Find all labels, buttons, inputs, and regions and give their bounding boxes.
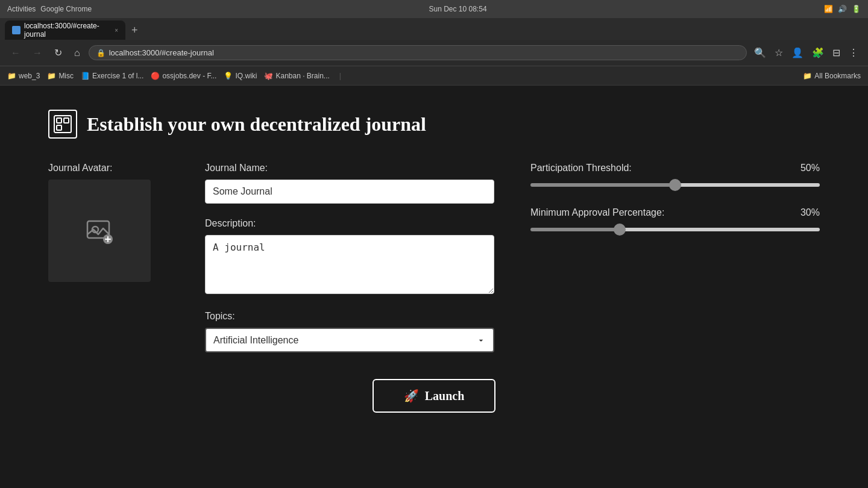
- form-section-sliders: Participation Threshold: 50% Minimum App…: [530, 163, 820, 252]
- title-bar: Activities Google Chrome Sun Dec 10 08:5…: [0, 0, 868, 18]
- participation-slider[interactable]: [530, 183, 820, 187]
- participation-slider-row: Participation Threshold: 50%: [530, 163, 820, 174]
- tab-close-button[interactable]: ×: [115, 27, 118, 34]
- tab-label: localhost:3000/#create-journal: [24, 22, 108, 39]
- bookmark-ossjobs-label: ossjobs.dev - F...: [162, 72, 216, 80]
- name-label: Journal Name:: [205, 163, 494, 174]
- new-tab-button[interactable]: +: [127, 24, 143, 37]
- participation-label: Participation Threshold:: [530, 163, 632, 174]
- journal-description-input[interactable]: [205, 235, 494, 294]
- bookmark-web3-icon: 📁: [7, 72, 16, 80]
- title-bar-right: 📶 🔊 🔋: [824, 5, 861, 13]
- bookmark-web3[interactable]: 📁 web_3: [7, 72, 40, 80]
- lock-icon: 🔒: [96, 49, 105, 57]
- all-bookmarks[interactable]: 📁 All Bookmarks: [803, 72, 861, 80]
- bookmark-button[interactable]: ☆: [772, 45, 785, 61]
- description-field-group: Description:: [205, 218, 494, 296]
- extensions-button[interactable]: 🧩: [810, 45, 826, 61]
- description-label: Description:: [205, 218, 494, 229]
- wifi-icon: 📶: [824, 5, 833, 13]
- topics-label: Topics:: [205, 311, 494, 322]
- active-tab[interactable]: localhost:3000/#create-journal ×: [5, 20, 125, 40]
- tab-favicon: [12, 26, 20, 34]
- bookmark-web3-label: web_3: [19, 72, 40, 80]
- bookmark-exercise-label: Exercise 1 of l...: [92, 72, 143, 80]
- launch-icon: 🚀: [404, 389, 419, 403]
- launch-button[interactable]: 🚀 Launch: [373, 379, 496, 413]
- bookmarks-bar: 📁 web_3 📁 Misc 📘 Exercise 1 of l... 🔴 os…: [0, 66, 868, 86]
- bookmark-ossjobs[interactable]: 🔴 ossjobs.dev - F...: [151, 72, 216, 80]
- approval-label: Minimum Approval Percentage:: [530, 207, 664, 218]
- svg-rect-3: [57, 125, 61, 130]
- participation-value: 50%: [800, 163, 820, 174]
- tab-bar: localhost:3000/#create-journal × +: [0, 18, 868, 40]
- layout-button[interactable]: ⊟: [830, 45, 843, 61]
- volume-icon: 🔊: [838, 5, 847, 13]
- battery-icon: 🔋: [852, 5, 861, 13]
- app-name: Google Chrome: [40, 5, 92, 13]
- approval-slider[interactable]: [530, 228, 820, 231]
- menu-button[interactable]: ⋮: [846, 45, 861, 61]
- journal-name-input[interactable]: [205, 180, 494, 204]
- bookmark-misc-icon: 📁: [47, 72, 56, 80]
- bookmark-exercise[interactable]: 📘 Exercise 1 of l...: [81, 72, 143, 80]
- topics-select[interactable]: Artificial IntelligenceComputer ScienceM…: [205, 328, 494, 352]
- datetime: Sun Dec 10 08:54: [429, 5, 486, 13]
- bookmark-ossjobs-icon: 🔴: [151, 72, 160, 80]
- approval-slider-container: Minimum Approval Percentage: 30%: [530, 207, 820, 234]
- svg-rect-1: [57, 118, 61, 123]
- reload-button[interactable]: ↻: [51, 45, 66, 61]
- bookmark-kanban-icon: 🐙: [264, 72, 273, 80]
- bookmark-kanban[interactable]: 🐙 Kanban · Brain...: [264, 72, 329, 80]
- avatar-label: Journal Avatar:: [48, 163, 169, 174]
- bookmark-misc[interactable]: 📁 Misc: [47, 72, 74, 80]
- svg-rect-2: [64, 118, 69, 123]
- bookmark-iqwiki[interactable]: 💡 IQ.wiki: [224, 72, 257, 80]
- all-bookmarks-icon: 📁: [803, 72, 812, 80]
- topics-field-group: Topics: Artificial IntelligenceComputer …: [205, 311, 494, 352]
- approval-value: 30%: [800, 207, 820, 218]
- form-section-avatar: Journal Avatar:: [48, 163, 169, 282]
- bookmark-exercise-icon: 📘: [81, 72, 90, 80]
- page-content: Establish your own decentralized journal…: [0, 86, 868, 488]
- activities-label[interactable]: Activities: [7, 5, 36, 13]
- all-bookmarks-label: All Bookmarks: [814, 72, 861, 80]
- address-bar[interactable]: 🔒 localhost:3000/#create-journal: [89, 45, 747, 60]
- zoom-button[interactable]: 🔍: [752, 45, 769, 61]
- form-layout: Journal Avatar: Journal Name: De: [48, 163, 820, 413]
- home-button[interactable]: ⌂: [71, 45, 84, 61]
- bookmark-separator: |: [339, 72, 341, 80]
- launch-section: 🚀 Launch: [48, 379, 820, 413]
- title-bar-left: Activities Google Chrome: [7, 5, 92, 13]
- nav-bar: ← → ↻ ⌂ 🔒 localhost:3000/#create-journal…: [0, 40, 868, 66]
- bookmark-kanban-label: Kanban · Brain...: [275, 72, 329, 80]
- logo-icon: [48, 110, 77, 139]
- approval-slider-row: Minimum Approval Percentage: 30%: [530, 207, 820, 218]
- profile-button[interactable]: 👤: [789, 45, 806, 61]
- launch-label: Launch: [425, 389, 465, 403]
- name-field-group: Journal Name:: [205, 163, 494, 204]
- form-section-center: Journal Name: Description: Topics: Artif…: [205, 163, 494, 367]
- page-title: Establish your own decentralized journal: [87, 113, 426, 136]
- bookmark-iqwiki-label: IQ.wiki: [235, 72, 257, 80]
- nav-actions: 🔍 ☆ 👤 🧩 ⊟ ⋮: [752, 45, 861, 61]
- forward-button[interactable]: →: [29, 45, 46, 61]
- bookmark-iqwiki-icon: 💡: [224, 72, 233, 80]
- avatar-upload[interactable]: [48, 180, 151, 282]
- bookmark-misc-label: Misc: [58, 72, 74, 80]
- address-text: localhost:3000/#create-journal: [109, 48, 214, 57]
- participation-slider-container: Participation Threshold: 50%: [530, 163, 820, 189]
- page-header: Establish your own decentralized journal: [48, 110, 820, 139]
- back-button[interactable]: ←: [7, 45, 24, 61]
